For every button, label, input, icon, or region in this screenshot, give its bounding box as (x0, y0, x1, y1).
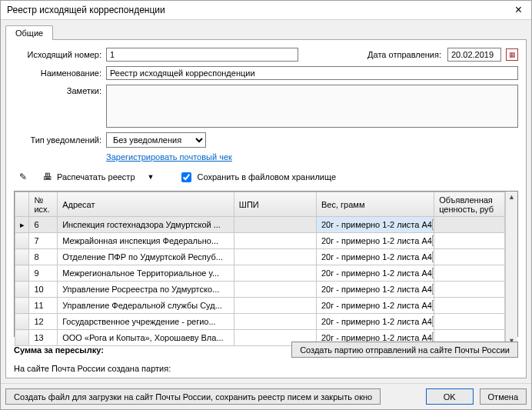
send-date-label: Дата отправления: (367, 50, 447, 59)
row-indicator (15, 249, 29, 265)
name-label: Наименование: (14, 68, 106, 78)
cell-num[interactable]: 10 (29, 282, 58, 298)
notif-type-select[interactable]: Без уведомления (106, 132, 206, 148)
print-dropdown-caret[interactable]: ▼ (145, 173, 158, 181)
send-date-input[interactable] (447, 48, 501, 62)
notif-type-label: Тип уведомлений: (14, 135, 106, 145)
dialog-window: Реестр исходящей корреспонденции × Общие… (0, 0, 532, 410)
cell-num[interactable]: 6 (29, 217, 58, 233)
table-row[interactable]: 8Отделение ПФР по Удмуртской Респуб...20… (15, 249, 505, 265)
table-row[interactable]: 12Государственное учреждение - регио...2… (15, 314, 505, 330)
cell-shpi[interactable] (234, 233, 316, 249)
save-file-store-checkbox[interactable]: Сохранить в файловом хранилище (178, 170, 336, 185)
print-registry-button[interactable]: 🖶 Распечатать реестр (38, 169, 138, 185)
table-row[interactable]: 11Управление Федеральной службы Суд...20… (15, 298, 505, 314)
tab-general[interactable]: Общие (5, 25, 53, 40)
row-indicator (15, 314, 29, 330)
row-indicator (15, 265, 29, 282)
notes-label: Заметки: (14, 85, 106, 95)
delete-icon: ✎ (17, 171, 29, 183)
dialog-footer: Создать файл для загрузки на сайт Почты … (1, 383, 531, 409)
cell-weight[interactable]: 20г - примерно 1-2 листа А4⌄ (317, 249, 434, 265)
table-row[interactable]: 7Межрайонная инспекция Федерально...20г … (15, 233, 505, 249)
grid-scrollbar[interactable]: ▲ ▼ (505, 192, 517, 346)
calendar-icon[interactable]: ▦ (506, 48, 518, 61)
outgoing-number-label: Исходящий номер: (14, 50, 106, 59)
cell-weight[interactable]: 20г - примерно 1-2 листа А4⌄ (317, 265, 434, 282)
cell-num[interactable]: 11 (29, 298, 58, 314)
cell-weight[interactable]: 20г - примерно 1-2 листа А4⌄ (317, 233, 434, 249)
titlebar: Реестр исходящей корреспонденции × (1, 1, 531, 20)
table-row[interactable]: 9Межрегиональное Территориальное у...20г… (15, 265, 505, 282)
cell-shpi[interactable] (234, 249, 316, 265)
cell-shpi[interactable] (234, 217, 316, 233)
cell-declared-value[interactable] (434, 298, 505, 314)
ok-button[interactable]: OK (426, 388, 474, 405)
grid-col-value[interactable]: Объявленная ценность, руб (434, 192, 505, 217)
cell-declared-value[interactable] (434, 217, 505, 233)
cell-shpi[interactable] (234, 314, 316, 330)
cell-declared-value[interactable] (434, 233, 505, 249)
grid-row-header-col (15, 192, 29, 217)
cell-declared-value[interactable] (434, 265, 505, 282)
cell-addressee[interactable]: Управление Росреестра по Удмуртско... (58, 282, 234, 298)
cell-weight[interactable]: 20г - примерно 1-2 листа А4⌄ (317, 298, 434, 314)
close-icon[interactable]: × (510, 3, 527, 17)
cell-weight[interactable]: 20г - примерно 1-2 листа А4⌄ (317, 282, 434, 298)
grid-toolbar: ✎ 🖶 Распечатать реестр ▼ Сохранить в фай… (14, 166, 518, 191)
cell-addressee[interactable]: Управление Федеральной службы Суд... (58, 298, 234, 314)
cell-declared-value[interactable] (434, 282, 505, 298)
cell-weight[interactable]: 20г - примерно 1-2 листа А4⌄ (317, 217, 434, 233)
delete-row-button[interactable]: ✎ (14, 169, 32, 185)
notes-textarea[interactable] (106, 85, 518, 128)
cell-declared-value[interactable] (434, 314, 505, 330)
tab-bar: Общие (1, 20, 531, 39)
cell-shpi[interactable] (234, 298, 316, 314)
scroll-up-icon[interactable]: ▲ (508, 192, 515, 202)
cell-weight[interactable]: 20г - примерно 1-2 листа А4⌄ (317, 314, 434, 330)
outgoing-number-input[interactable] (106, 48, 298, 62)
row-indicator (15, 233, 29, 249)
register-postal-check-link[interactable]: Зарегистрировать почтовый чек (106, 152, 232, 162)
sum-label: Сумма за пересылку: (14, 345, 104, 355)
cell-num[interactable]: 7 (29, 233, 58, 249)
grid-col-num[interactable]: № исх. (29, 192, 58, 217)
cell-addressee[interactable]: Отделение ПФР по Удмуртской Респуб... (58, 249, 234, 265)
save-file-store-label: Сохранить в файловом хранилище (197, 172, 336, 182)
cell-addressee[interactable]: Межрегиональное Территориальное у... (58, 265, 234, 282)
table-row[interactable]: 10Управление Росреестра по Удмуртско...2… (15, 282, 505, 298)
cell-shpi[interactable] (234, 265, 316, 282)
row-indicator: ▸ (15, 217, 29, 233)
create-batch-button[interactable]: Создать партию отправлений на сайте Почт… (291, 342, 518, 358)
cell-num[interactable]: 8 (29, 249, 58, 265)
cell-addressee[interactable]: Инспекция гостехнадзора Удмуртской ... (58, 217, 234, 233)
cell-shpi[interactable] (234, 282, 316, 298)
print-icon: 🖶 (42, 171, 54, 183)
cell-num[interactable]: 9 (29, 265, 58, 282)
table-row[interactable]: ▸6Инспекция гостехнадзора Удмуртской ...… (15, 217, 505, 233)
window-title: Реестр исходящей корреспонденции (7, 5, 165, 15)
create-file-and-close-button[interactable]: Создать файл для загрузки на сайт Почты … (5, 388, 381, 405)
row-indicator (15, 282, 29, 298)
cell-num[interactable]: 12 (29, 314, 58, 330)
save-file-store-input[interactable] (181, 172, 191, 182)
batch-created-label: На сайте Почта России создана партия: (14, 364, 518, 373)
cell-declared-value[interactable] (434, 249, 505, 265)
letters-grid[interactable]: № исх. Адресат ШПИ Вес, грамм Объявленна… (15, 192, 505, 346)
grid-col-weight[interactable]: Вес, грамм (317, 192, 434, 217)
print-registry-label: Распечатать реестр (57, 172, 135, 182)
grid-col-shpi[interactable]: ШПИ (234, 192, 316, 217)
tab-page-general: Исходящий номер: Дата отправления: ▦ Наи… (5, 39, 527, 378)
row-indicator (15, 298, 29, 314)
name-input[interactable] (106, 66, 518, 80)
grid-col-addressee[interactable]: Адресат (58, 192, 234, 217)
cancel-button[interactable]: Отмена (480, 388, 527, 405)
cell-addressee[interactable]: Государственное учреждение - регио... (58, 314, 234, 330)
cell-addressee[interactable]: Межрайонная инспекция Федерально... (58, 233, 234, 249)
grid-wrap: № исх. Адресат ШПИ Вес, грамм Объявленна… (14, 191, 518, 337)
